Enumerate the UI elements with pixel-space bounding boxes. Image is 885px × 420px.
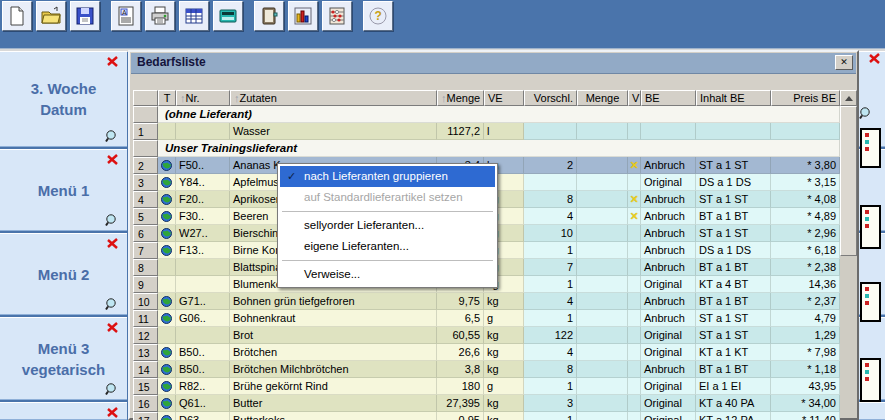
cell-t	[158, 361, 176, 378]
row-number-cell: 12	[133, 327, 158, 344]
bar-chart-button[interactable]	[288, 1, 318, 31]
new-document-button[interactable]	[2, 1, 32, 31]
header-col-be[interactable]: BE	[641, 90, 696, 106]
table-row-11[interactable]: 11G06..Bohnenkraut6,5g1AnbruchST a 1 ST4…	[133, 310, 840, 327]
cell-nr: Q61..	[176, 395, 230, 412]
row-number-cell: 13	[133, 344, 158, 361]
close-icon[interactable]	[106, 153, 119, 166]
scroll-up-button[interactable]	[840, 90, 857, 106]
cell-ve: kg	[484, 327, 524, 344]
scrollbar-thumb[interactable]	[840, 106, 857, 256]
open-folder-button[interactable]	[36, 1, 66, 31]
cell-be: Original	[641, 174, 696, 191]
print-button[interactable]	[145, 1, 175, 31]
header-col-zutaten[interactable]: ↑Zutaten	[230, 90, 437, 106]
address-book-button[interactable]	[254, 1, 284, 31]
row-number-cell: 17	[133, 412, 158, 420]
header-col-ve[interactable]: VE	[484, 90, 524, 106]
cell-t	[158, 293, 176, 310]
header-col-v[interactable]: V	[628, 90, 641, 106]
cell-inhalt-be: EI a 1 EI	[696, 378, 771, 395]
header-col-t[interactable]: T	[158, 90, 176, 106]
menu-item-nach-lieferanten-gruppieren[interactable]: ✓nach Lieferanten gruppieren	[280, 166, 495, 187]
sidebar-panel-men-3-vegetarisch[interactable]: Menü 3vegetarisch	[0, 317, 127, 400]
cell-preis-be: * 11,40	[771, 412, 840, 420]
vertical-scrollbar[interactable]	[840, 90, 857, 418]
table-button[interactable]	[179, 1, 209, 31]
cell-be: Anbruch	[641, 293, 696, 310]
table-row-1[interactable]: 1Wasser1127,2l	[133, 123, 840, 140]
window-titlebar[interactable]: Bedarfsliste ✕	[131, 53, 856, 74]
cell-menge-be	[577, 208, 628, 225]
menu-item-sellyorder-lieferanten[interactable]: sellyorder Lieferanten...	[280, 215, 495, 236]
close-icon[interactable]	[106, 55, 119, 68]
cash-register-icon	[218, 6, 238, 26]
cell-menge-be	[577, 242, 628, 259]
cell-inhalt-be: KT a 40 PA	[696, 395, 771, 412]
report-document-button[interactable]: A	[111, 1, 141, 31]
sidebar-panel-men-1[interactable]: Menü 1	[0, 149, 127, 231]
magnifier-icon[interactable]	[105, 297, 119, 311]
cell-menge-be	[577, 378, 628, 395]
globe-icon	[161, 245, 172, 256]
header-col-preis-be[interactable]: Preis BE	[771, 90, 840, 106]
cell-inhalt-be: DS a 1 DS	[696, 242, 771, 259]
close-icon[interactable]	[106, 237, 119, 250]
header-col-menge[interactable]: ↑Menge	[437, 90, 484, 106]
close-button[interactable]: ✕	[835, 55, 853, 70]
header-col-inhalt-be[interactable]: Inhalt BE	[696, 90, 771, 106]
cell-be: Original	[641, 276, 696, 293]
cell-menge: 26,6	[437, 344, 484, 361]
table-row-17[interactable]: 17D63..Butterkeks0,95kg1OriginalKT a 12 …	[133, 412, 840, 420]
supplier-group-row[interactable]: Unser Trainingslieferant	[133, 140, 840, 157]
table-row-10[interactable]: 10G71..Bohnen grün tiefgefroren9,75kg4An…	[133, 293, 840, 310]
table-row-15[interactable]: 15R82..Brühe gekörnt Rind180g1OriginalEI…	[133, 378, 840, 395]
magnifier-icon[interactable]	[105, 213, 119, 227]
sidebar-panel-3-woche-datum[interactable]: 3. WocheDatum	[0, 51, 127, 147]
cell-be: Anbruch	[641, 191, 696, 208]
table-row-16[interactable]: 16Q61..Butter27,395kg3OriginalKT a 40 PA…	[133, 395, 840, 412]
cell-be	[641, 123, 696, 140]
cash-register-button[interactable]	[213, 1, 243, 31]
cell-ve: kg	[484, 412, 524, 420]
cell-zutaten: Butterkeks	[230, 412, 437, 420]
cell-v	[628, 412, 641, 420]
recipe-thumbnail	[860, 205, 881, 249]
cell-vorschlag: 1	[524, 310, 577, 327]
table-row-12[interactable]: 12Brot60,55kg122OriginalST a 1 ST1,29	[133, 327, 840, 344]
row-number-cell: 10	[133, 293, 158, 310]
cell-preis-be: * 2,37	[771, 293, 840, 310]
table-row-13[interactable]: 13B50..Brötchen26,6kg4OriginalKT a 1 KT*…	[133, 344, 840, 361]
magnifier-icon[interactable]	[105, 382, 119, 396]
menu-item-verweise[interactable]: Verweise...	[280, 264, 495, 285]
cell-nr: R82..	[176, 378, 230, 395]
header-col-vorschlag[interactable]: Vorschl.	[524, 90, 577, 106]
row-number-cell	[133, 106, 158, 123]
globe-icon	[161, 347, 172, 358]
cell-vorschlag: 1	[524, 412, 577, 420]
globe-icon	[161, 296, 172, 307]
globe-icon	[161, 194, 172, 205]
menu-item-eigene-lieferanten[interactable]: eigene Lieferanten...	[280, 236, 495, 257]
sidebar-panel-partial[interactable]	[0, 402, 127, 420]
cell-be: Anbruch	[641, 225, 696, 242]
supplier-group-row[interactable]: (ohne Lieferant)	[133, 106, 840, 123]
close-icon[interactable]	[106, 321, 119, 334]
cell-t	[158, 191, 176, 208]
cell-preis-be: * 2,96	[771, 225, 840, 242]
cell-zutaten: Brühe gekörnt Rind	[230, 378, 437, 395]
recipe-thumbnail	[860, 282, 881, 322]
cell-inhalt-be: KT a 12 PA	[696, 412, 771, 420]
sidebar-panel-men-2[interactable]: Menü 2	[0, 233, 127, 315]
help-button[interactable]: ?	[363, 1, 393, 31]
magnifier-icon[interactable]	[105, 129, 119, 143]
cell-t	[158, 344, 176, 361]
header-col-nr[interactable]: ↑Nr.	[176, 90, 230, 106]
table-row-14[interactable]: 14B50..Brötchen Milchbrötchen3,8kg8Anbru…	[133, 361, 840, 378]
header-col-rownum[interactable]	[133, 90, 158, 106]
panel-label: Menü 3vegetarisch	[0, 338, 127, 380]
save-button[interactable]	[70, 1, 100, 31]
close-icon[interactable]	[106, 406, 119, 419]
abacus-button[interactable]	[322, 1, 352, 31]
header-col-menge-be[interactable]: Menge	[577, 90, 628, 106]
